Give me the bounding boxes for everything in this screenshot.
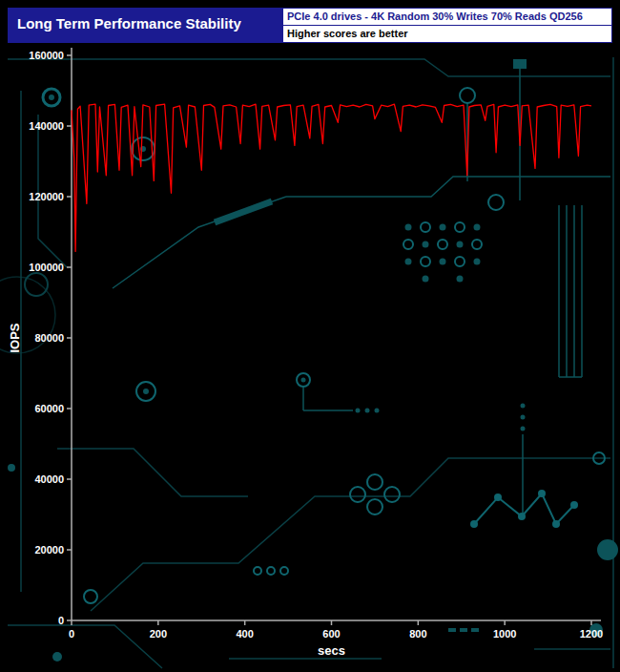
- x-tick-label: 800: [409, 628, 426, 640]
- chart-subtitle-box: PCIe 4.0 drives - 4K Random 30% Writes 7…: [282, 8, 612, 43]
- y-tick-label: 160000: [29, 50, 64, 61]
- y-tick-label: 0: [58, 615, 64, 626]
- x-tick-label: 1000: [493, 628, 516, 640]
- y-tick-label: 20000: [34, 544, 64, 556]
- y-tick-label: 140000: [29, 120, 64, 132]
- x-axis-label: secs: [318, 643, 345, 658]
- y-tick-label: 120000: [29, 191, 64, 202]
- series-layer: [72, 104, 591, 251]
- axis-labels-layer: IOPSsecs: [8, 323, 345, 658]
- benchmark-chart-page: Long Term Performance Stability PCIe 4.0…: [0, 0, 620, 672]
- y-tick-label: 80000: [34, 332, 64, 344]
- x-tick-label: 1200: [580, 628, 603, 640]
- chart-header: Long Term Performance Stability PCIe 4.0…: [8, 8, 612, 43]
- ticks-layer: 0200004000060000800001000001200001400001…: [29, 50, 603, 640]
- chart-title: Long Term Performance Stability: [8, 8, 282, 43]
- x-tick-label: 0: [69, 628, 74, 640]
- x-tick-label: 400: [236, 628, 253, 640]
- x-tick-label: 600: [322, 628, 340, 640]
- circuit-dot-grid: [405, 224, 481, 283]
- y-tick-label: 40000: [34, 473, 64, 485]
- chart-note: Higher scores are better: [282, 26, 612, 43]
- circuit-pattern: [0, 57, 618, 668]
- performance-chart: 0200004000060000800001000001200001400001…: [0, 0, 620, 672]
- y-tick-label: 100000: [29, 262, 64, 273]
- series-line: [72, 104, 591, 251]
- y-tick-label: 60000: [34, 403, 64, 414]
- x-tick-label: 200: [150, 628, 167, 640]
- y-axis-label: IOPS: [8, 323, 22, 352]
- chart-subtitle: PCIe 4.0 drives - 4K Random 30% Writes 7…: [282, 8, 612, 26]
